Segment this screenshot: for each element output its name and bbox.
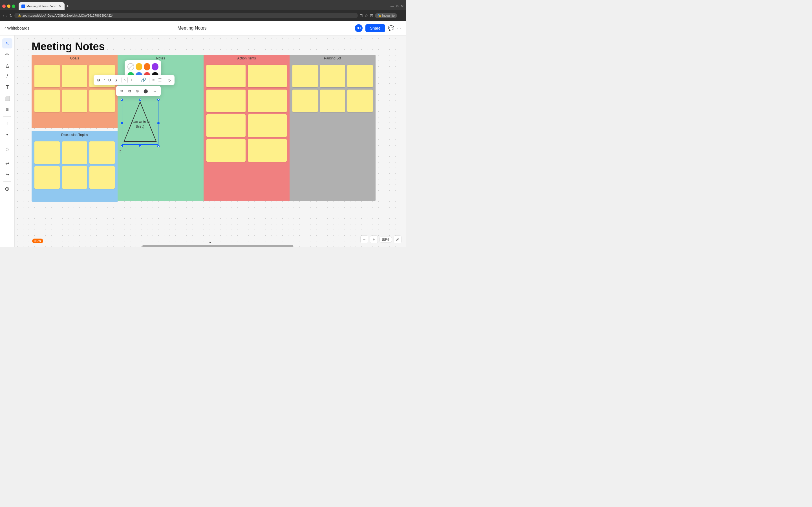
undo-tool[interactable]: ↩ (2, 158, 12, 168)
browser-tab[interactable]: Z Meeting Notes - Zoom ✕ (18, 2, 64, 10)
sticky-note[interactable] (35, 90, 60, 112)
frame-tool[interactable]: ⬜ (2, 93, 12, 103)
line-tool[interactable]: / (2, 71, 12, 81)
zoom-out-button[interactable]: − (360, 235, 368, 243)
cast-icon[interactable]: ⊡ (359, 13, 363, 18)
handle-mid-right[interactable] (157, 122, 160, 124)
sticky-note[interactable] (320, 65, 345, 87)
bookmark-icon[interactable]: ☆ (364, 13, 368, 18)
sticky-note[interactable] (347, 90, 373, 112)
strikethrough-button[interactable]: S (113, 77, 118, 83)
color-purple[interactable] (152, 63, 158, 70)
minimize-button[interactable] (7, 4, 10, 8)
shape-container[interactable]: I can write in this :) ↺ (122, 100, 158, 146)
sticky-note[interactable] (35, 166, 60, 189)
list-btn[interactable]: ≡ (151, 77, 156, 83)
comment-icon[interactable]: 💬 (388, 25, 394, 31)
tab-close-icon[interactable]: ✕ (59, 4, 62, 8)
redo-tool[interactable]: ↪ (2, 169, 12, 179)
color-transparent[interactable] (128, 63, 134, 70)
link-btn[interactable]: 🔗 (140, 76, 148, 83)
sticky-note[interactable] (248, 114, 287, 137)
sticky-note[interactable] (62, 90, 87, 112)
color-orange[interactable] (144, 63, 151, 70)
handle-bottom-right[interactable] (157, 145, 160, 147)
handle-top-right[interactable] (157, 99, 160, 101)
pen-tool[interactable]: ✏ (2, 49, 12, 59)
forward-button[interactable]: › (6, 13, 7, 18)
sticky-note[interactable] (89, 166, 115, 189)
shape-tool[interactable]: △ (2, 60, 12, 70)
plus-btn[interactable]: + (129, 77, 135, 83)
sticky-note[interactable] (89, 142, 115, 164)
layout-tool[interactable]: ⊞ (2, 104, 12, 114)
address-bar[interactable]: 🔒 zoom.us/wb/doc/_GzqzfVOSlKu9apIdkkuMQ/… (14, 13, 358, 18)
new-tab-button[interactable]: + (66, 4, 69, 9)
sticky-note[interactable] (347, 65, 373, 87)
tab-bar: Z Meeting Notes - Zoom ✕ + — ⧉ ✕ (0, 0, 406, 10)
scroll-thumb[interactable] (142, 245, 293, 247)
whiteboard[interactable]: Meeting Notes Goals Discussion Topics (15, 36, 406, 247)
fullscreen-button[interactable]: ⤢ (394, 235, 402, 243)
rotate-handle[interactable]: ↺ (118, 149, 122, 153)
sticky-note[interactable] (35, 65, 60, 87)
shape-text[interactable]: I can write in this :) (129, 119, 151, 129)
handle-bottom-left[interactable] (121, 145, 123, 147)
sticky-note[interactable] (62, 65, 87, 87)
sticky-note[interactable] (206, 114, 246, 137)
close-win[interactable]: ✕ (401, 4, 404, 8)
sticky-note[interactable] (248, 90, 287, 112)
maximize-button[interactable] (12, 4, 15, 8)
grid-btn[interactable]: ⊕ (134, 88, 140, 94)
handle-top-center[interactable] (139, 99, 141, 101)
eraser-tool[interactable]: ◇ (2, 144, 12, 154)
italic-button[interactable]: I (102, 77, 106, 83)
copy-btn[interactable]: ⧉ (127, 88, 133, 95)
lock-btn[interactable]: ⬤ (142, 88, 149, 94)
diamond-btn[interactable]: ◇ (166, 77, 172, 83)
back-button[interactable]: ‹ (3, 13, 4, 18)
sticky-note[interactable] (62, 166, 87, 189)
sticky-note[interactable] (206, 65, 246, 87)
refresh-button[interactable]: ↻ (9, 13, 13, 18)
upload-tool[interactable]: ↑ (2, 119, 12, 129)
more-options-icon[interactable]: ··· (397, 25, 402, 31)
extensions-icon[interactable]: ⊡ (370, 13, 373, 18)
color-yellow[interactable] (136, 63, 142, 70)
tile-win[interactable]: ⧉ (396, 4, 399, 8)
text-tool[interactable]: T (2, 82, 12, 93)
underline-button[interactable]: U (107, 77, 112, 83)
sticky-note[interactable] (248, 139, 287, 162)
sticky-note[interactable] (35, 142, 60, 164)
connect-tool[interactable]: ✦ (2, 129, 12, 140)
select-tool[interactable]: ↖ (2, 38, 12, 48)
handle-mid-left[interactable] (121, 122, 123, 124)
new-badge[interactable]: NEW (32, 238, 43, 243)
back-link[interactable]: ‹ Whiteboards (4, 25, 29, 31)
sticky-note[interactable] (62, 142, 87, 164)
more-options-btn[interactable]: ··· (151, 88, 158, 94)
bullet-btn[interactable]: ☰ (157, 77, 163, 83)
close-button[interactable] (2, 4, 6, 8)
grid-more-tool[interactable]: ⊕ (2, 184, 12, 194)
handle-bottom-center[interactable] (139, 145, 141, 147)
edit-btn[interactable]: ✏ (119, 88, 125, 94)
zoom-level[interactable]: 88% (379, 237, 392, 242)
sticky-note[interactable] (292, 90, 318, 112)
sticky-note[interactable] (89, 90, 115, 112)
zoom-in-button[interactable]: + (370, 235, 378, 243)
circle-btn[interactable]: ○ (121, 77, 128, 83)
sticky-note[interactable] (206, 90, 246, 112)
profile-badge[interactable]: 🎭 Incognito (375, 13, 397, 18)
sticky-note[interactable] (320, 90, 345, 112)
avatar: DJ (355, 24, 363, 32)
share-button[interactable]: Share (365, 24, 385, 32)
scroll-bar[interactable] (29, 245, 406, 247)
sticky-note[interactable] (206, 139, 246, 162)
minimize-win[interactable]: — (391, 4, 394, 8)
browser-menu-button[interactable]: ⋮ (399, 13, 403, 18)
sticky-note[interactable] (292, 65, 318, 87)
sticky-note[interactable] (248, 65, 287, 87)
handle-top-left[interactable] (121, 99, 123, 101)
bold-button[interactable]: B (96, 77, 101, 83)
